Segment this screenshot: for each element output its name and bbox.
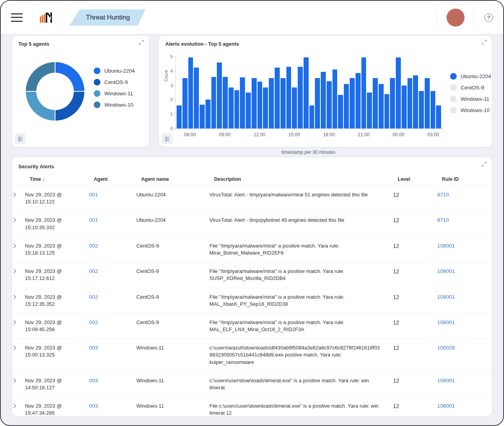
rule-id-link[interactable]: 8710: [437, 217, 449, 223]
expand-row-button[interactable]: [12, 191, 25, 197]
bar-19:00[interactable]: [338, 95, 343, 128]
bar-03:00[interactable]: [431, 91, 436, 128]
bar-13:00[interactable]: [269, 78, 274, 128]
expand-row-button[interactable]: [12, 294, 25, 299]
column-header-time[interactable]: Time ↓: [30, 176, 94, 182]
bar-00:00[interactable]: [396, 57, 401, 128]
expand-row-button[interactable]: [12, 377, 25, 383]
agent-link[interactable]: 002: [89, 294, 98, 300]
column-header-description[interactable]: Description: [214, 176, 398, 182]
expand-row-button[interactable]: [12, 344, 25, 350]
help-icon[interactable]: ?: [484, 13, 493, 22]
bar-09:30[interactable]: [229, 87, 234, 128]
rule-id-link[interactable]: 108001: [437, 319, 455, 325]
expand-row-button[interactable]: [12, 403, 25, 408]
bar-15:00[interactable]: [292, 87, 297, 128]
rule-id-link[interactable]: 108001: [437, 294, 455, 300]
bar-18:30[interactable]: [332, 70, 338, 128]
bar-00:30[interactable]: [402, 86, 407, 128]
expand-icon[interactable]: [481, 161, 487, 167]
agent-link[interactable]: 003: [89, 403, 98, 409]
bar-11:30[interactable]: [252, 78, 257, 128]
rule-id-link[interactable]: 108001: [437, 243, 455, 249]
bar-21:00[interactable]: [361, 57, 366, 128]
expand-row-button[interactable]: [12, 268, 25, 274]
bar-01:00[interactable]: [407, 78, 413, 128]
expand-icon[interactable]: [138, 39, 144, 45]
bar-16:00[interactable]: [304, 57, 309, 128]
agent-link[interactable]: 003: [89, 345, 98, 351]
bar-02:00[interactable]: [419, 91, 424, 128]
bar-06:00[interactable]: [188, 57, 193, 128]
agent-link[interactable]: 003: [89, 378, 98, 383]
legend-item-windows-10[interactable]: Windows-10: [94, 102, 135, 108]
legend-item-windows-11[interactable]: Windows-11: [450, 96, 491, 102]
bar-07:30[interactable]: [206, 100, 211, 128]
expand-row-button[interactable]: [12, 319, 25, 325]
legend-item-windows-10[interactable]: Windows-10: [450, 107, 491, 114]
column-header-agent[interactable]: Agent: [94, 176, 141, 182]
breadcrumb-tab-threat-hunting[interactable]: Threat Hunting: [70, 9, 145, 26]
bar-11:00[interactable]: [246, 93, 251, 128]
bar-13:30[interactable]: [275, 68, 280, 128]
legend-dot: [450, 73, 457, 80]
rule-id-link[interactable]: 108001: [437, 403, 455, 409]
agent-link[interactable]: 002: [89, 243, 98, 249]
legend-label: Windows-11: [461, 96, 489, 102]
expand-icon[interactable]: [481, 39, 487, 45]
bar-08:00[interactable]: [211, 77, 216, 128]
bar-18:00[interactable]: [327, 81, 332, 128]
legend-item-ubuntu-2204[interactable]: Ubuntu-2204: [450, 73, 491, 80]
top-agents-donut[interactable]: [26, 62, 84, 121]
agent-link[interactable]: 002: [89, 268, 98, 274]
agent-link[interactable]: 001: [89, 192, 98, 198]
agent-link[interactable]: 002: [89, 319, 98, 325]
legend-item-windows-11[interactable]: Windows-11: [94, 90, 135, 97]
bar-10:30[interactable]: [240, 77, 245, 128]
bar-15:30[interactable]: [298, 67, 303, 128]
column-header-rule-id[interactable]: Rule ID: [442, 176, 492, 182]
bar-12:00[interactable]: [257, 82, 263, 128]
bar-09:00[interactable]: [223, 77, 228, 128]
bar-14:30[interactable]: [286, 67, 291, 128]
bar-17:30[interactable]: [321, 72, 326, 128]
expand-row-button[interactable]: [12, 217, 25, 223]
bar-14:00[interactable]: [281, 78, 286, 128]
bar-17:00[interactable]: [315, 78, 320, 128]
inspect-data-button[interactable]: [15, 134, 25, 144]
rule-id-link[interactable]: 8710: [437, 192, 449, 198]
expand-row-button[interactable]: [12, 242, 25, 248]
bar-02:30[interactable]: [425, 78, 430, 128]
legend-item-centos-9[interactable]: CentOS-9: [450, 84, 491, 91]
bar-23:30[interactable]: [390, 78, 395, 128]
bar-20:30[interactable]: [356, 73, 361, 128]
rule-id-link[interactable]: 100028: [437, 345, 455, 351]
bar-05:00[interactable]: [177, 105, 182, 128]
agent-link[interactable]: 001: [89, 217, 98, 223]
bar-22:30[interactable]: [379, 84, 384, 128]
bar-20:00[interactable]: [350, 78, 355, 128]
bar-06:30[interactable]: [194, 68, 199, 128]
bar-05:30[interactable]: [182, 78, 188, 128]
bar-19:30[interactable]: [344, 84, 349, 128]
user-avatar[interactable]: [447, 9, 465, 27]
bar-16:30[interactable]: [309, 105, 315, 128]
rule-id-link[interactable]: 108001: [437, 268, 455, 274]
bar-12:30[interactable]: [263, 87, 268, 128]
bar-22:00[interactable]: [373, 78, 378, 128]
bar-01:30[interactable]: [413, 75, 418, 128]
inspect-data-button[interactable]: [162, 134, 172, 144]
bar-21:30[interactable]: [367, 93, 372, 128]
bar-10:00[interactable]: [234, 90, 239, 128]
rule-id-link[interactable]: 108001: [437, 378, 455, 383]
hamburger-menu-button[interactable]: [11, 13, 23, 22]
legend-item-ubuntu-2204[interactable]: Ubuntu-2204: [94, 68, 135, 74]
bar-03:30[interactable]: [436, 105, 441, 128]
column-header-agent-name[interactable]: Agent name: [141, 176, 214, 182]
bar-23:00[interactable]: [384, 94, 390, 128]
column-header-level[interactable]: Level: [398, 176, 442, 182]
bar-08:30[interactable]: [217, 62, 222, 128]
x-tick-mark: [399, 128, 399, 130]
legend-item-centos-9[interactable]: CentOS-9: [94, 79, 135, 86]
bar-07:00[interactable]: [200, 105, 205, 128]
